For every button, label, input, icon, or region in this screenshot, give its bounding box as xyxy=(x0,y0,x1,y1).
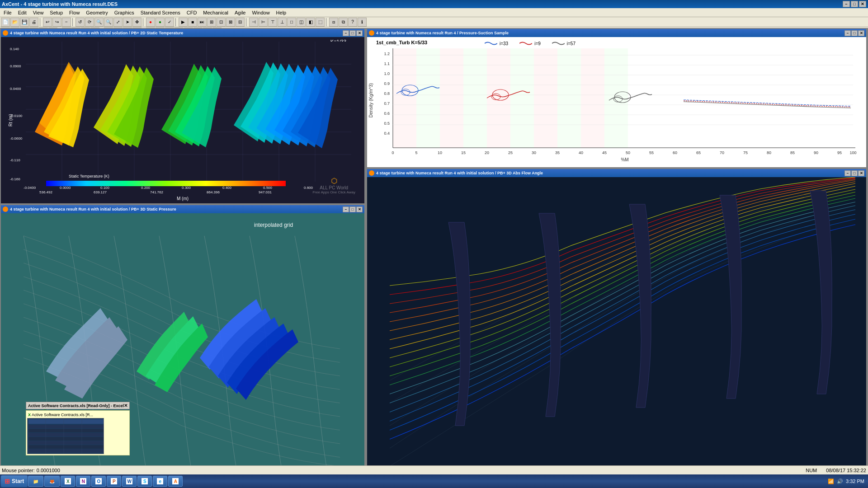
tb-d2[interactable]: ⧉ xyxy=(339,18,348,27)
tb-green[interactable]: ● xyxy=(156,18,165,27)
popup-title-bar[interactable]: Active Software Contracts.xls [Read-Only… xyxy=(26,402,130,409)
start-button[interactable]: ⊞ Start xyxy=(1,475,28,487)
tb-info[interactable]: ℹ xyxy=(358,18,367,27)
win3-maximize[interactable]: □ xyxy=(851,30,858,36)
popup-close-icon[interactable]: ✕ xyxy=(124,403,127,408)
taskbar-app-skype[interactable]: S xyxy=(137,476,152,487)
tb-move[interactable]: ✥ xyxy=(132,18,142,27)
menu-standard-screens[interactable]: Standard Screens xyxy=(138,9,183,16)
win4-maximize[interactable]: □ xyxy=(851,170,858,176)
taskbar-app-explorer[interactable]: 📁 xyxy=(28,476,43,487)
tb-b1[interactable]: ⊞ xyxy=(207,18,216,27)
tb-check[interactable]: ✓ xyxy=(165,18,174,27)
workspace: 4 stage turbine with Numeca result Run 4… xyxy=(0,28,868,479)
minimize-button[interactable]: − xyxy=(843,1,850,7)
taskbar-app-powerpoint[interactable]: P xyxy=(107,476,121,487)
svg-rect-34 xyxy=(393,48,416,148)
tb-left[interactable]: ⊣ xyxy=(249,18,258,27)
taskbar-app-word[interactable]: W xyxy=(122,476,137,487)
win3-close[interactable]: ✕ xyxy=(858,30,864,36)
menu-cfd[interactable]: CFD xyxy=(184,9,200,16)
win1-xlabel: M (m) xyxy=(177,196,189,201)
win2-close[interactable]: ✕ xyxy=(356,206,363,212)
tb-undo[interactable]: ↩ xyxy=(43,18,52,27)
taskbar-app-ie[interactable]: e xyxy=(153,476,167,487)
svg-rect-36 xyxy=(440,48,463,148)
tb-b3[interactable]: ⊠ xyxy=(226,18,235,27)
taskbar-app-excel[interactable]: X xyxy=(61,476,75,487)
svg-text:%M: %M xyxy=(621,157,628,162)
tb-save[interactable]: 💾 xyxy=(20,18,29,27)
tb-new[interactable]: 📄 xyxy=(1,18,10,27)
win4-content: y z Abs Flow Angle (Deg from mentioned) … xyxy=(367,177,866,479)
tb-print[interactable]: 🖨 xyxy=(29,18,38,27)
excel-popup[interactable]: Active Software Contracts.xls [Read-Only… xyxy=(26,402,130,455)
tb-zoom-fit[interactable]: ⤢ xyxy=(113,18,123,27)
menu-mechanical[interactable]: Mechanical xyxy=(200,9,231,16)
svg-text:60: 60 xyxy=(673,150,677,155)
tb-d1[interactable]: ⧈ xyxy=(329,18,338,27)
tb-redo[interactable]: ↪ xyxy=(52,18,61,27)
tb-c1[interactable]: □ xyxy=(287,18,296,27)
tb-open[interactable]: 📂 xyxy=(10,18,19,27)
win2-minimize[interactable]: − xyxy=(343,206,349,212)
taskbar-app-outlook[interactable]: O xyxy=(91,476,106,487)
sep4 xyxy=(175,18,177,26)
taskbar-app-axcent[interactable]: A xyxy=(168,476,183,487)
menu-graphics[interactable]: Graphics xyxy=(112,9,137,16)
win4-close[interactable]: ✕ xyxy=(858,170,864,176)
tb-b2[interactable]: ⊡ xyxy=(217,18,226,27)
tb-c2[interactable]: ◫ xyxy=(297,18,306,27)
tb-arrow[interactable]: ➤ xyxy=(123,18,132,27)
close-button[interactable]: ✕ xyxy=(859,1,866,7)
tb-c4[interactable]: ⬚ xyxy=(316,18,325,27)
win4-minimize[interactable]: − xyxy=(844,170,851,176)
tb-red[interactable]: ● xyxy=(146,18,155,27)
menu-geometry[interactable]: Geometry xyxy=(83,9,110,16)
win3-minimize[interactable]: − xyxy=(844,30,851,36)
tb-play[interactable]: ▶ xyxy=(179,18,188,27)
win1-titlebar[interactable]: 4 stage turbine with Numeca result Run 4… xyxy=(1,29,364,37)
tb-down[interactable]: ⊥ xyxy=(278,18,287,27)
tb-zoom-in[interactable]: 🔍 xyxy=(94,18,104,27)
taskbar-app-firefox[interactable]: 🦊 xyxy=(44,476,60,487)
menu-view[interactable]: View xyxy=(30,9,47,16)
menu-edit[interactable]: Edit xyxy=(15,9,29,16)
tb-rotate[interactable]: ↺ xyxy=(75,18,85,27)
tb-up[interactable]: ⊤ xyxy=(268,18,277,27)
tb-right[interactable]: ⊢ xyxy=(259,18,268,27)
tb-minus[interactable]: − xyxy=(62,18,71,27)
menu-file[interactable]: File xyxy=(1,9,14,16)
taskbar-network-icon: 📶 xyxy=(828,479,834,484)
taskbar-app-onenote[interactable]: N xyxy=(76,476,90,487)
menu-flow[interactable]: Flow xyxy=(66,9,82,16)
tb-zoom-out[interactable]: 🔍 xyxy=(104,18,113,27)
win1-content: K=1/33 Rt (m) 0.140 0.0900 0.0400 -0.010… xyxy=(1,37,364,203)
popup-preview[interactable] xyxy=(27,418,104,454)
win1-close[interactable]: ✕ xyxy=(356,30,363,36)
tb-help[interactable]: ? xyxy=(348,18,357,27)
tb-stop[interactable]: ■ xyxy=(188,18,197,27)
tb-c3[interactable]: ◧ xyxy=(306,18,315,27)
tb-refresh[interactable]: ⟳ xyxy=(85,18,94,27)
win1-xtick2: 0.100 xyxy=(100,186,109,190)
win2-maximize[interactable]: □ xyxy=(349,206,356,212)
win1-minimize[interactable]: − xyxy=(343,30,349,36)
svg-text:75: 75 xyxy=(743,150,748,155)
win1-xtick5: 0.400 xyxy=(222,186,231,190)
menu-window[interactable]: Window xyxy=(249,9,272,16)
maximize-button[interactable]: □ xyxy=(851,1,858,7)
win3-chart-svg: 1.2 1.1 1.0 0.9 0.8 0.7 0.6 0.5 0.4 0 xyxy=(367,48,866,167)
tb-skip[interactable]: ⏭ xyxy=(198,18,207,27)
tb-b4[interactable]: ⊟ xyxy=(236,18,245,27)
win1-maximize[interactable]: □ xyxy=(349,30,356,36)
axcent-icon: A xyxy=(172,478,179,484)
menu-agile[interactable]: Agile xyxy=(232,9,248,16)
win4-titlebar[interactable]: 4 stage turbine with Numeca result Run 4… xyxy=(367,169,866,177)
svg-text:interpolated grid: interpolated grid xyxy=(254,222,293,228)
win2-titlebar[interactable]: 4 stage turbine with Numeca result Run 4… xyxy=(1,205,364,213)
win3-titlebar[interactable]: 4 stage turbine with Numeca result Run 4… xyxy=(367,29,866,37)
svg-rect-30 xyxy=(28,449,104,453)
menu-setup[interactable]: Setup xyxy=(47,9,66,16)
menu-help[interactable]: Help xyxy=(274,9,289,16)
